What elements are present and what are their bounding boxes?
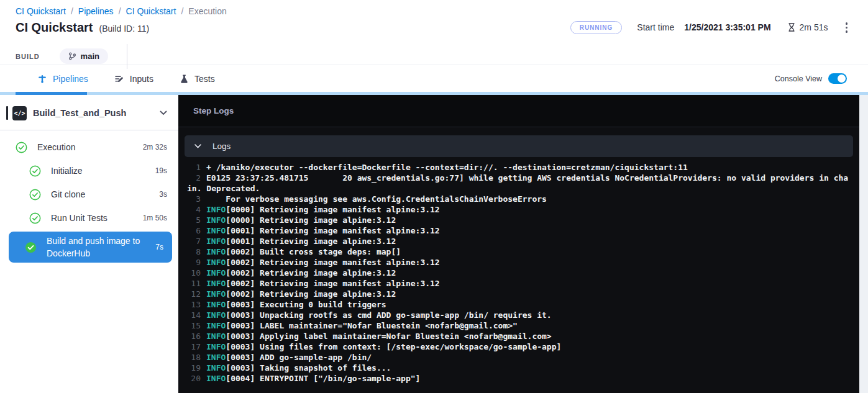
log-line-number: 8 xyxy=(187,246,201,257)
log-level-info: INFO xyxy=(206,321,226,330)
log-line: 3 For verbose messaging see aws.Config.C… xyxy=(187,194,852,204)
build-label: BUILD xyxy=(16,53,40,60)
breadcrumb-link[interactable]: CI Quickstart xyxy=(126,6,176,16)
log-line-number: 17 xyxy=(187,341,201,352)
hourglass-icon xyxy=(787,22,796,32)
log-level-info: INFO xyxy=(206,215,226,225)
log-line-text: For verbose messaging see aws.Config.Cre… xyxy=(206,194,547,204)
log-line-text: + /kaniko/executor --dockerfile=Dockerfi… xyxy=(206,163,688,172)
log-line: 12INFO[0002] Retrieving image alpine:3.1… xyxy=(187,289,852,299)
branch-name: main xyxy=(81,52,99,61)
tab-tests[interactable]: Tests xyxy=(180,74,215,84)
console-log-output[interactable]: 1+ /kaniko/executor --dockerfile=Dockerf… xyxy=(178,162,859,390)
log-line-text: [0003] Executing 0 build triggers xyxy=(226,300,386,309)
log-level-info: INFO xyxy=(206,289,226,299)
log-line-number: 5 xyxy=(187,215,201,225)
elapsed-time: 2m 51s xyxy=(800,22,828,32)
step-row[interactable]: Build and push image to DockerHub7s xyxy=(9,232,172,263)
tab-pipelines[interactable]: Pipelines xyxy=(37,74,88,84)
log-line-number: 3 xyxy=(187,194,201,204)
log-level-info: INFO xyxy=(206,310,226,320)
log-line-text: [0002] Retrieving image manifest alpine:… xyxy=(226,279,439,288)
breadcrumb-separator: / xyxy=(119,6,121,16)
page-gutter xyxy=(859,95,868,393)
log-line-text: [0003] Using files from context: [/step-… xyxy=(226,342,561,351)
logs-section-toggle[interactable]: Logs xyxy=(185,135,853,157)
log-line-text: [0000] Retrieving image alpine:3.12 xyxy=(226,215,396,225)
log-level-info: INFO xyxy=(206,300,226,309)
log-line: 20INFO[0004] ENTRYPOINT ["/bin/go-sample… xyxy=(187,373,852,384)
log-line-text: [0003] Applying label maintainer=Nofar B… xyxy=(226,332,551,341)
log-level-info: INFO xyxy=(206,279,226,288)
log-line: 4INFO[0000] Retrieving image manifest al… xyxy=(187,204,852,215)
console-view-label: Console View xyxy=(775,75,822,83)
step-duration: 19s xyxy=(150,166,167,175)
page-header: CI Quickstart/Pipelines/CI Quickstart/Ex… xyxy=(0,0,868,65)
log-line: 15INFO[0003] LABEL maintainer="Nofar Blu… xyxy=(187,320,852,331)
status-badge: RUNNING xyxy=(570,21,623,34)
log-line: 17INFO[0003] Using files from context: [… xyxy=(187,341,852,352)
log-line-number: 14 xyxy=(187,310,201,320)
log-line: 10INFO[0002] Retrieving image alpine:3.1… xyxy=(187,268,852,278)
breadcrumb: CI Quickstart/Pipelines/CI Quickstart/Ex… xyxy=(16,6,852,16)
tab-bar: PipelinesInputsTests Console View xyxy=(0,65,868,92)
log-level-info: INFO xyxy=(206,363,226,373)
step-row[interactable]: Initialize19s xyxy=(0,159,178,183)
log-line: 13INFO[0003] Executing 0 build triggers xyxy=(187,299,852,310)
log-line: 8INFO[0002] Built cross stage deps: map[… xyxy=(187,246,852,257)
log-line-text: [0004] ENTRYPOINT ["/bin/go-sample-app"] xyxy=(226,374,420,383)
log-level-info: INFO xyxy=(206,332,226,341)
step-label: Git clone xyxy=(51,189,85,199)
log-line-number: 16 xyxy=(187,331,201,341)
step-duration: 3s xyxy=(154,190,167,199)
logs-section-label: Logs xyxy=(212,142,231,151)
title-row: CI Quickstart (Build ID: 11) RUNNING Sta… xyxy=(16,20,852,35)
inputs-icon xyxy=(114,74,124,84)
step-duration: 2m 32s xyxy=(138,143,167,151)
branch-pill[interactable]: main xyxy=(60,48,108,64)
breadcrumb-link[interactable]: Pipelines xyxy=(78,6,114,16)
start-time-value: 1/25/2021 3:35:01 PM xyxy=(684,22,770,32)
pipeline-execution-page: CI Quickstart/Pipelines/CI Quickstart/Ex… xyxy=(0,0,868,393)
tab-inputs[interactable]: Inputs xyxy=(114,74,153,84)
console-view-toggle[interactable] xyxy=(828,73,847,84)
log-line-text: [0001] Retrieving image manifest alpine:… xyxy=(226,226,439,235)
breadcrumb-current: Execution xyxy=(188,6,226,16)
log-line-number: 12 xyxy=(187,289,201,299)
step-row[interactable]: Run Unit Tests1m 50s xyxy=(0,206,178,230)
success-check-icon xyxy=(16,142,27,153)
start-time-label: Start time xyxy=(637,22,674,32)
step-row[interactable]: Git clone3s xyxy=(0,183,178,206)
log-line-text: [0002] Retrieving image alpine:3.12 xyxy=(226,268,396,278)
log-line-text: [0003] Taking snapshot of files... xyxy=(226,363,391,373)
step-logs-panel: Step Logs Logs 1+ /kaniko/executor --doc… xyxy=(178,95,859,393)
log-line-number: 18 xyxy=(187,352,201,363)
log-line: 11INFO[0002] Retrieving image manifest a… xyxy=(187,278,852,289)
step-row[interactable]: Execution2m 32s xyxy=(0,135,178,159)
log-line-text: [0002] Retrieving image alpine:3.12 xyxy=(226,289,396,299)
log-line: 16INFO[0003] Applying label maintainer=N… xyxy=(187,331,852,341)
log-line: 6INFO[0001] Retrieving image manifest al… xyxy=(187,225,852,236)
log-line-text: [0003] LABEL maintainer="Nofar Bluestein… xyxy=(226,321,518,330)
log-level-info: INFO xyxy=(206,258,226,267)
log-line-number: 10 xyxy=(187,268,201,278)
git-branch-icon xyxy=(68,52,76,60)
breadcrumb-link[interactable]: CI Quickstart xyxy=(16,6,66,16)
stage-name: Build_Test_and_Push xyxy=(33,108,126,118)
log-line: 18INFO[0003] ADD go-sample-app /bin/ xyxy=(187,352,852,363)
step-duration: 7s xyxy=(150,243,163,251)
log-line-number: 20 xyxy=(187,373,201,384)
log-level-info: INFO xyxy=(206,342,226,351)
log-line: 2E0125 23:37:25.481715 20 aws_credential… xyxy=(187,173,852,194)
success-check-icon xyxy=(25,242,37,253)
chevron-down-icon[interactable] xyxy=(157,108,170,118)
log-level-info: INFO xyxy=(206,268,226,278)
stage-header[interactable]: </> Build_Test_and_Push xyxy=(0,95,178,126)
success-check-icon xyxy=(29,212,41,224)
log-line-text: [0002] Retrieving image manifest alpine:… xyxy=(226,258,439,267)
log-line-number: 4 xyxy=(187,204,201,215)
log-line: 5INFO[0000] Retrieving image alpine:3.12 xyxy=(187,215,852,225)
more-options-button[interactable] xyxy=(841,20,853,35)
log-line: 14INFO[0003] Unpacking rootfs as cmd ADD… xyxy=(187,310,852,320)
log-line-text: [0002] Built cross stage deps: map[] xyxy=(226,247,401,256)
